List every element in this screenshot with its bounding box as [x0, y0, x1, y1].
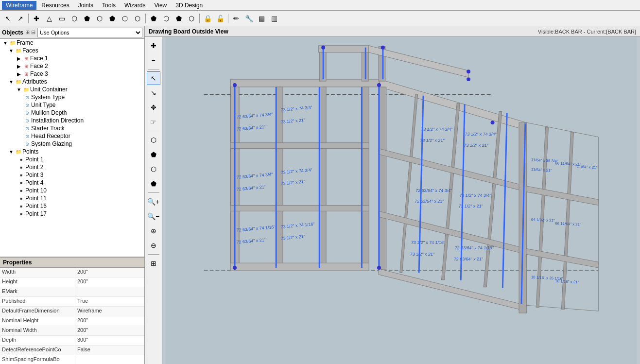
- toolbar-shape5[interactable]: ⬡: [132, 13, 143, 24]
- toolbar-wrench[interactable]: 🔧: [243, 13, 255, 24]
- tree-item-system-glazing[interactable]: ⊙ System Glazing: [0, 140, 144, 148]
- side-btn-grid[interactable]: ⊞: [147, 257, 160, 270]
- toolbar-add[interactable]: ✚: [31, 13, 42, 24]
- toolbar-unlock[interactable]: 🔓: [214, 13, 226, 24]
- tree-item-faces[interactable]: ▼ 📁 Faces: [0, 47, 144, 54]
- svg-rect-2: [230, 79, 380, 87]
- toolbar-shape8[interactable]: ⬟: [173, 13, 185, 24]
- drawing-header: Drawing Board Outside View Visible:BACK …: [145, 26, 640, 37]
- toolbar-shape6[interactable]: ⬟: [148, 13, 159, 24]
- label-attributes: Attributes: [22, 78, 47, 85]
- toolbar-shape4[interactable]: ⬡: [119, 13, 131, 24]
- toolbar-cursor[interactable]: ↖: [2, 13, 14, 24]
- toolbar-rect[interactable]: ▭: [56, 13, 68, 24]
- tree-item-point11[interactable]: ■ Point 11: [0, 194, 144, 202]
- svg-point-53: [377, 83, 381, 87]
- menu-resources[interactable]: Resources: [37, 1, 73, 10]
- tree-item-face1[interactable]: ▶ ⊞ Face 1: [0, 54, 144, 62]
- tree-item-attributes[interactable]: ▼ 📁 Attributes: [0, 78, 144, 86]
- side-btn-minus[interactable]: −: [147, 53, 160, 67]
- toggle-frame[interactable]: ▼: [2, 39, 9, 46]
- menu-view[interactable]: View: [150, 1, 171, 10]
- toolbar-shape2[interactable]: ⬡: [94, 13, 105, 24]
- toolbar-lock[interactable]: 🔒: [202, 13, 213, 24]
- side-btn-add[interactable]: ✚: [147, 39, 160, 52]
- circle-icon-mullion-depth: ⊙: [23, 109, 31, 116]
- toggle-faces[interactable]: ▼: [8, 47, 15, 54]
- prop-row-4: DefaultFrameDimensionWireframe: [0, 307, 144, 316]
- side-sep-3: [148, 192, 159, 193]
- toolbar-grid2[interactable]: ▥: [268, 13, 280, 24]
- side-btn-select[interactable]: ↘: [147, 86, 160, 100]
- prop-row-0: Width200": [0, 268, 144, 277]
- tree-item-unit-container[interactable]: ▼ 📁 Unit Container: [0, 86, 144, 93]
- prop-row-1: Height200": [0, 277, 144, 287]
- toggle-points[interactable]: ▼: [8, 148, 15, 155]
- toggle-attributes[interactable]: ▼: [8, 78, 15, 85]
- side-btn-zoom-fit[interactable]: ⊕: [147, 224, 160, 238]
- tree-item-installation-direction[interactable]: ⊙ Installation Direction: [0, 117, 144, 124]
- svg-point-54: [467, 77, 470, 81]
- tree-item-starter-track[interactable]: ⊙ Starter Track: [0, 124, 144, 132]
- tree-item-face2[interactable]: ▶ ⊞ Face 2: [0, 62, 144, 70]
- tree-item-face3[interactable]: ▶ ⊞ Face 3: [0, 70, 144, 78]
- label-point4: Point 4: [25, 179, 43, 186]
- toolbar-edit[interactable]: ✏: [230, 13, 242, 24]
- label-faces: Faces: [22, 47, 38, 54]
- toggle-face2[interactable]: ▶: [16, 63, 22, 69]
- prop-val-5: 200": [75, 316, 144, 326]
- tree-item-point3[interactable]: ■ Point 3: [0, 171, 144, 179]
- toggle-unit-container[interactable]: ▼: [16, 86, 22, 93]
- menu-joints[interactable]: Joints: [74, 1, 97, 10]
- tree-item-point4[interactable]: ■ Point 4: [0, 179, 144, 187]
- side-btn-move[interactable]: ✥: [147, 101, 160, 114]
- tree-item-system-type[interactable]: ⊙ System Type: [0, 93, 144, 101]
- prop-key-1: Height: [0, 277, 75, 287]
- side-btn-shape4[interactable]: ⬟: [147, 177, 160, 191]
- toolbar-shape9[interactable]: ⬡: [186, 13, 197, 24]
- toolbar-sep-3: [199, 14, 200, 23]
- tree-item-point10[interactable]: ■ Point 10: [0, 187, 144, 194]
- menu-wizards[interactable]: Wizards: [121, 1, 149, 10]
- label-point11: Point 11: [25, 195, 47, 202]
- side-btn-pointer[interactable]: ☞: [147, 115, 160, 129]
- menu-tools[interactable]: Tools: [98, 1, 120, 10]
- side-btn-shape1[interactable]: ⬡: [147, 133, 160, 147]
- tree-item-points[interactable]: ▼ 📁 Points: [0, 148, 144, 156]
- toolbar-shape1[interactable]: ⬟: [81, 13, 93, 24]
- toolbar-poly[interactable]: ⬡: [69, 13, 80, 24]
- menu-wireframe[interactable]: Wireframe: [2, 1, 36, 10]
- side-btn-shape2[interactable]: ⬟: [147, 148, 160, 161]
- prop-val-6: 200": [75, 326, 144, 335]
- prop-key-9: ShimSpacingFormulaBo: [0, 355, 75, 364]
- toolbar-line[interactable]: △: [43, 13, 55, 24]
- side-btn-shape3[interactable]: ⬡: [147, 162, 160, 176]
- toggle-face1[interactable]: ▶: [16, 55, 22, 62]
- svg-rect-6: [230, 143, 369, 149]
- prop-val-0: 200": [75, 268, 144, 277]
- toolbar-select[interactable]: ↗: [15, 13, 26, 24]
- side-btn-zoom-out[interactable]: 🔍−: [147, 209, 160, 223]
- svg-text:72 63/64" x 21": 72 63/64" x 21": [415, 199, 444, 204]
- bullet-icon-point11: ■: [17, 195, 25, 202]
- tree-item-frame[interactable]: ▼ 📁 Frame: [0, 39, 144, 47]
- tree-item-point16[interactable]: ■ Point 16: [0, 202, 144, 210]
- tree-item-mullion-depth[interactable]: ⊙ Mullion Depth: [0, 109, 144, 117]
- side-btn-zoom-in[interactable]: 🔍+: [147, 195, 160, 208]
- side-btn-zoom-prev[interactable]: ⊖: [147, 239, 160, 252]
- tree-panel: ▼ 📁 Frame ▼ 📁 Faces ▶ ⊞: [0, 39, 144, 257]
- menu-3d-design[interactable]: 3D Design: [172, 1, 207, 10]
- tree-item-head-receptor[interactable]: ⊙ Head Receptor: [0, 132, 144, 140]
- tree-item-point1[interactable]: ■ Point 1: [0, 156, 144, 163]
- toolbar-grid1[interactable]: ▤: [256, 13, 267, 24]
- bullet-icon-point17: ■: [17, 210, 25, 217]
- toggle-face3[interactable]: ▶: [16, 70, 22, 77]
- tree-item-point2[interactable]: ■ Point 2: [0, 163, 144, 171]
- use-options-select[interactable]: Use Options: [37, 28, 142, 37]
- toolbar-shape7[interactable]: ⬡: [160, 13, 172, 24]
- svg-text:73 1/2" x 74 3/4": 73 1/2" x 74 3/4": [459, 193, 491, 198]
- tree-item-point17[interactable]: ■ Point 17: [0, 210, 144, 218]
- tree-item-unit-type[interactable]: ⊙ Unit Type: [0, 101, 144, 109]
- side-btn-cursor[interactable]: ↖: [147, 71, 160, 85]
- toolbar-shape3[interactable]: ⬟: [106, 13, 118, 24]
